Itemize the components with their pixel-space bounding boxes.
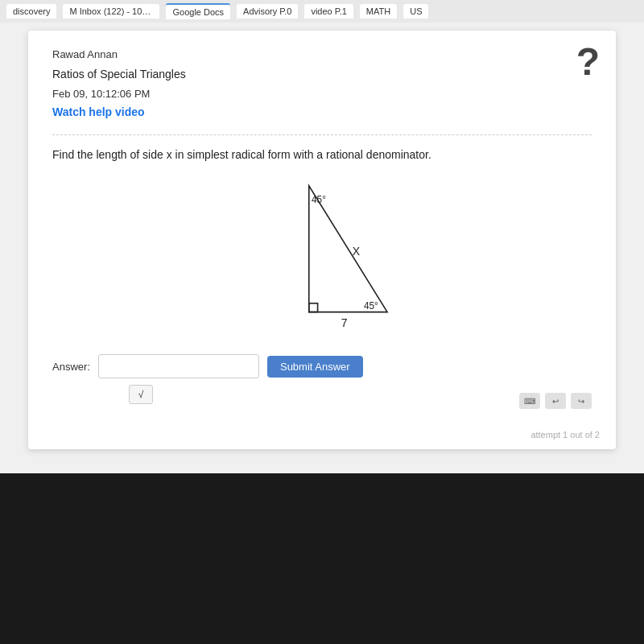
tab-discovery[interactable]: discovery [6, 4, 56, 19]
answer-label: Answer: [52, 361, 90, 373]
problem-card: ? Rawad Annan Ratios of Special Triangle… [28, 31, 616, 449]
svg-text:45°: 45° [364, 300, 378, 312]
black-background [0, 473, 644, 644]
svg-text:45°: 45° [312, 194, 326, 205]
triangle-svg: 45° X 45° 7 [233, 177, 411, 338]
sqrt-button[interactable]: √ [129, 385, 153, 404]
answer-input[interactable] [98, 354, 259, 378]
tab-google-docs[interactable]: Google Docs [166, 3, 230, 19]
tab-advisory[interactable]: Advisory P.0 [237, 4, 298, 19]
svg-text:X: X [353, 245, 361, 258]
browser-bar: discovery M Inbox (122) - 10700... Googl… [0, 0, 644, 23]
problem-date: Feb 09, 10:12:06 PM [52, 86, 592, 102]
triangle-diagram: 45° X 45° 7 [52, 177, 592, 338]
tab-math[interactable]: MATH [360, 4, 397, 19]
attempt-text: attempt 1 out of 2 [530, 430, 600, 440]
undo-btn[interactable]: ↩ [545, 393, 566, 409]
problem-title: Ratios of Special Triangles [52, 66, 592, 83]
keyboard-icon-btn[interactable]: ⌨ [519, 393, 540, 409]
svg-rect-1 [309, 303, 318, 312]
svg-text:7: 7 [341, 316, 348, 329]
content-area: ? Rawad Annan Ratios of Special Triangle… [0, 23, 644, 473]
tab-inbox[interactable]: M Inbox (122) - 10700... [63, 4, 159, 19]
tools-row: ⌨ ↩ ↪ [519, 393, 592, 409]
submit-button[interactable]: Submit Answer [267, 356, 363, 378]
watch-help-link[interactable]: Watch help video [52, 105, 145, 118]
author-name: Rawad Annan [52, 47, 592, 63]
problem-text: Find the length of side x in simplest ra… [52, 148, 592, 161]
answer-row: Answer: Submit Answer [52, 354, 592, 378]
tab-us[interactable]: US [403, 4, 428, 19]
question-mark-icon: ? [576, 43, 600, 81]
tab-video[interactable]: video P.1 [304, 4, 353, 19]
redo-btn[interactable]: ↪ [571, 393, 592, 409]
divider [52, 134, 592, 135]
